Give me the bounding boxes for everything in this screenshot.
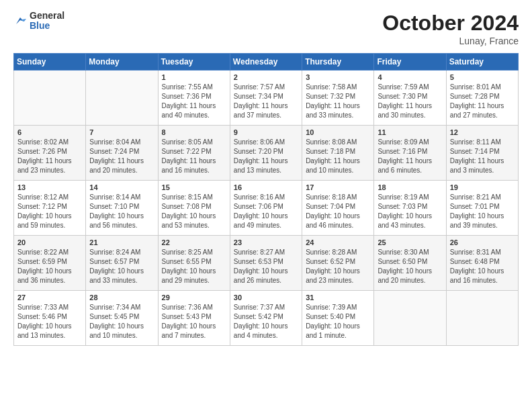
day-detail: Sunrise: 7:33 AM Sunset: 5:46 PM Dayligh… xyxy=(17,303,82,340)
day-number: 8 xyxy=(162,128,226,136)
calendar-cell: 5Sunrise: 8:01 AM Sunset: 7:28 PM Daylig… xyxy=(446,71,518,126)
logo: General Blue xyxy=(13,11,64,32)
day-number: 10 xyxy=(306,128,370,136)
calendar-cell xyxy=(86,71,158,126)
calendar-cell: 9Sunrise: 8:06 AM Sunset: 7:20 PM Daylig… xyxy=(230,126,302,181)
calendar-cell: 16Sunrise: 8:16 AM Sunset: 7:06 PM Dayli… xyxy=(230,181,302,236)
day-detail: Sunrise: 7:57 AM Sunset: 7:34 PM Dayligh… xyxy=(234,83,298,120)
day-detail: Sunrise: 8:02 AM Sunset: 7:26 PM Dayligh… xyxy=(17,138,82,175)
day-number: 29 xyxy=(162,293,226,302)
day-detail: Sunrise: 7:58 AM Sunset: 7:32 PM Dayligh… xyxy=(306,83,370,120)
day-number: 19 xyxy=(450,183,515,191)
weekday-header-monday: Monday xyxy=(86,54,158,71)
calendar-cell: 30Sunrise: 7:37 AM Sunset: 5:42 PM Dayli… xyxy=(230,291,302,346)
calendar-cell: 20Sunrise: 8:22 AM Sunset: 6:59 PM Dayli… xyxy=(14,236,86,291)
page-header: General Blue October 2024 Lunay, France xyxy=(13,11,519,46)
day-detail: Sunrise: 8:27 AM Sunset: 6:53 PM Dayligh… xyxy=(234,248,298,285)
day-number: 1 xyxy=(162,73,226,81)
calendar-cell: 23Sunrise: 8:27 AM Sunset: 6:53 PM Dayli… xyxy=(230,236,302,291)
day-number: 17 xyxy=(306,183,370,191)
calendar-cell: 6Sunrise: 8:02 AM Sunset: 7:26 PM Daylig… xyxy=(14,126,86,181)
day-detail: Sunrise: 8:08 AM Sunset: 7:18 PM Dayligh… xyxy=(306,138,370,175)
day-number: 9 xyxy=(234,128,298,136)
day-detail: Sunrise: 8:30 AM Sunset: 6:50 PM Dayligh… xyxy=(378,248,442,285)
day-number: 27 xyxy=(17,293,82,302)
calendar-cell: 1Sunrise: 7:55 AM Sunset: 7:36 PM Daylig… xyxy=(158,71,230,126)
day-number: 11 xyxy=(378,128,442,136)
calendar-cell: 4Sunrise: 7:59 AM Sunset: 7:30 PM Daylig… xyxy=(374,71,446,126)
month-title: October 2024 xyxy=(382,11,519,36)
day-number: 31 xyxy=(306,293,370,302)
day-number: 24 xyxy=(306,238,370,246)
weekday-header-friday: Friday xyxy=(374,54,446,71)
calendar-cell: 11Sunrise: 8:09 AM Sunset: 7:16 PM Dayli… xyxy=(374,126,446,181)
day-detail: Sunrise: 8:21 AM Sunset: 7:01 PM Dayligh… xyxy=(450,193,515,230)
day-detail: Sunrise: 7:36 AM Sunset: 5:43 PM Dayligh… xyxy=(162,303,226,340)
calendar-cell: 31Sunrise: 7:39 AM Sunset: 5:40 PM Dayli… xyxy=(302,291,374,346)
logo-general: General xyxy=(30,11,64,21)
day-detail: Sunrise: 8:19 AM Sunset: 7:03 PM Dayligh… xyxy=(378,193,442,230)
calendar-week-2: 6Sunrise: 8:02 AM Sunset: 7:26 PM Daylig… xyxy=(14,126,519,181)
calendar-cell: 3Sunrise: 7:58 AM Sunset: 7:32 PM Daylig… xyxy=(302,71,374,126)
calendar-cell: 17Sunrise: 8:18 AM Sunset: 7:04 PM Dayli… xyxy=(302,181,374,236)
day-number: 16 xyxy=(234,183,298,191)
logo-icon xyxy=(13,14,27,28)
calendar-cell xyxy=(446,291,518,346)
calendar-cell: 8Sunrise: 8:05 AM Sunset: 7:22 PM Daylig… xyxy=(158,126,230,181)
day-number: 21 xyxy=(89,238,154,246)
calendar-cell xyxy=(374,291,446,346)
weekday-header-saturday: Saturday xyxy=(446,54,518,71)
calendar-cell: 24Sunrise: 8:28 AM Sunset: 6:52 PM Dayli… xyxy=(302,236,374,291)
day-number: 2 xyxy=(234,73,298,81)
calendar-cell: 15Sunrise: 8:15 AM Sunset: 7:08 PM Dayli… xyxy=(158,181,230,236)
calendar-cell: 18Sunrise: 8:19 AM Sunset: 7:03 PM Dayli… xyxy=(374,181,446,236)
calendar-cell: 28Sunrise: 7:34 AM Sunset: 5:45 PM Dayli… xyxy=(86,291,158,346)
day-number: 13 xyxy=(17,183,82,191)
day-detail: Sunrise: 8:15 AM Sunset: 7:08 PM Dayligh… xyxy=(162,193,226,230)
day-number: 6 xyxy=(17,128,82,136)
calendar-cell: 25Sunrise: 8:30 AM Sunset: 6:50 PM Dayli… xyxy=(374,236,446,291)
calendar-cell: 22Sunrise: 8:25 AM Sunset: 6:55 PM Dayli… xyxy=(158,236,230,291)
day-number: 18 xyxy=(378,183,442,191)
day-detail: Sunrise: 8:04 AM Sunset: 7:24 PM Dayligh… xyxy=(89,138,154,175)
calendar-week-1: 1Sunrise: 7:55 AM Sunset: 7:36 PM Daylig… xyxy=(14,71,519,126)
day-detail: Sunrise: 8:24 AM Sunset: 6:57 PM Dayligh… xyxy=(89,248,154,285)
day-number: 15 xyxy=(162,183,226,191)
day-number: 7 xyxy=(89,128,154,136)
weekday-header-tuesday: Tuesday xyxy=(158,54,230,71)
weekday-header-row: SundayMondayTuesdayWednesdayThursdayFrid… xyxy=(14,54,519,71)
weekday-header-sunday: Sunday xyxy=(14,54,86,71)
weekday-header-wednesday: Wednesday xyxy=(230,54,302,71)
calendar-cell: 26Sunrise: 8:31 AM Sunset: 6:48 PM Dayli… xyxy=(446,236,518,291)
day-detail: Sunrise: 8:22 AM Sunset: 6:59 PM Dayligh… xyxy=(17,248,82,285)
day-detail: Sunrise: 7:55 AM Sunset: 7:36 PM Dayligh… xyxy=(162,83,226,120)
day-detail: Sunrise: 7:34 AM Sunset: 5:45 PM Dayligh… xyxy=(89,303,154,340)
day-number: 25 xyxy=(378,238,442,246)
calendar-page: General Blue October 2024 Lunay, France … xyxy=(0,0,532,411)
calendar-cell: 10Sunrise: 8:08 AM Sunset: 7:18 PM Dayli… xyxy=(302,126,374,181)
calendar-cell: 14Sunrise: 8:14 AM Sunset: 7:10 PM Dayli… xyxy=(86,181,158,236)
calendar-cell: 27Sunrise: 7:33 AM Sunset: 5:46 PM Dayli… xyxy=(14,291,86,346)
day-detail: Sunrise: 8:25 AM Sunset: 6:55 PM Dayligh… xyxy=(162,248,226,285)
logo-text: General Blue xyxy=(30,11,64,32)
logo-blue: Blue xyxy=(30,21,64,31)
day-number: 20 xyxy=(17,238,82,246)
day-number: 23 xyxy=(234,238,298,246)
day-number: 22 xyxy=(162,238,226,246)
day-detail: Sunrise: 8:05 AM Sunset: 7:22 PM Dayligh… xyxy=(162,138,226,175)
day-number: 4 xyxy=(378,73,442,81)
day-detail: Sunrise: 8:12 AM Sunset: 7:12 PM Dayligh… xyxy=(17,193,82,230)
day-number: 26 xyxy=(450,238,515,246)
day-detail: Sunrise: 8:16 AM Sunset: 7:06 PM Dayligh… xyxy=(234,193,298,230)
calendar-cell: 2Sunrise: 7:57 AM Sunset: 7:34 PM Daylig… xyxy=(230,71,302,126)
title-block: October 2024 Lunay, France xyxy=(382,11,519,46)
day-number: 12 xyxy=(450,128,515,136)
calendar-week-4: 20Sunrise: 8:22 AM Sunset: 6:59 PM Dayli… xyxy=(14,236,519,291)
day-number: 30 xyxy=(234,293,298,302)
calendar-cell: 13Sunrise: 8:12 AM Sunset: 7:12 PM Dayli… xyxy=(14,181,86,236)
day-number: 28 xyxy=(89,293,154,302)
calendar-cell: 29Sunrise: 7:36 AM Sunset: 5:43 PM Dayli… xyxy=(158,291,230,346)
calendar-cell: 21Sunrise: 8:24 AM Sunset: 6:57 PM Dayli… xyxy=(86,236,158,291)
calendar-table: SundayMondayTuesdayWednesdayThursdayFrid… xyxy=(13,53,519,346)
day-detail: Sunrise: 7:37 AM Sunset: 5:42 PM Dayligh… xyxy=(234,303,298,340)
